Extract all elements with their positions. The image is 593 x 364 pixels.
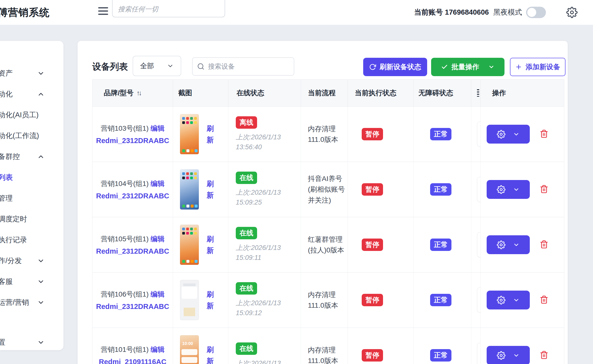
last-online-time: 上次:2026/1/13 <box>236 358 281 364</box>
menu-hamburger-icon[interactable] <box>98 7 108 17</box>
sidebar-item[interactable]: 客服 <box>0 271 63 292</box>
sidebar-item[interactable]: 资产 <box>0 63 63 84</box>
sidebar-item[interactable]: 列表 <box>0 167 63 188</box>
delete-device-button[interactable] <box>540 295 548 305</box>
page-title: 设备列表 <box>92 61 128 73</box>
device-search-input[interactable] <box>208 63 296 70</box>
device-model-link[interactable]: Redmi_2312DRAABC <box>96 137 169 145</box>
sidebar-item[interactable]: 动化(AI员工) <box>0 105 63 125</box>
clipped-button[interactable] <box>477 287 481 313</box>
screenshot-cell: 10:00 刷新 <box>173 328 228 364</box>
exec-status-cell: 暂停 <box>348 328 414 364</box>
brand-model-cell: 营销103号(组1)编辑 Redmi_2312DRAABC <box>92 107 173 162</box>
chevron-down-icon <box>37 70 45 77</box>
clipped-button[interactable] <box>477 177 481 202</box>
edit-link[interactable]: 编辑 <box>150 290 164 298</box>
edit-link[interactable]: 编辑 <box>150 124 164 132</box>
refresh-screenshot-link[interactable]: 刷新 <box>206 233 214 256</box>
header-exec-status: 当前执行状态 <box>348 80 414 106</box>
current-flow-text: 内存清理 111.0版本 <box>308 289 348 311</box>
settings-gear-icon[interactable] <box>566 7 578 18</box>
edit-link[interactable]: 编辑 <box>150 346 164 353</box>
refresh-device-status-button[interactable]: 刷新设备状态 <box>363 58 427 76</box>
accessibility-status-cell: 正常 <box>414 162 471 217</box>
clipped-button[interactable] <box>477 232 481 257</box>
sidebar-item[interactable]: 管理 <box>0 188 63 209</box>
chevron-down-icon <box>513 352 520 359</box>
sidebar-item[interactable]: 调度定时 <box>0 209 63 230</box>
delete-device-button[interactable] <box>540 351 548 360</box>
device-model-link[interactable]: Redmi_2312DRAABC <box>96 303 169 311</box>
header-brand-model[interactable]: 品牌/型号 ↑↓ <box>92 80 173 106</box>
current-flow-cell: 内存清理 111.0版本 <box>301 328 348 364</box>
sidebar-item[interactable]: 运营/营销 <box>0 292 63 313</box>
device-screenshot-thumbnail[interactable] <box>180 114 199 154</box>
dark-mode-toggle[interactable] <box>526 7 546 18</box>
actions-cell <box>481 328 564 364</box>
last-online-time: 上次:2026/1/1315:09:25 <box>236 187 281 208</box>
device-screenshot-thumbnail[interactable]: 10:00 <box>180 335 199 364</box>
device-settings-button[interactable] <box>487 180 530 199</box>
online-status-cell: 在线 上次:2026/1/1315:09:12 <box>228 273 301 328</box>
device-screenshot-thumbnail[interactable] <box>180 169 199 210</box>
exec-status-badge: 暂停 <box>362 183 383 196</box>
topbar: 傅营销系统 当前账号 17696840606 黑夜模式 <box>0 0 593 25</box>
actions-cell <box>481 162 564 217</box>
online-status-cell: 在线 上次:2026/1/1315:09:11 <box>228 217 301 272</box>
edit-link[interactable]: 编辑 <box>150 235 164 243</box>
device-settings-button[interactable] <box>487 125 530 144</box>
header-screenshot: 截图 <box>173 80 228 106</box>
refresh-screenshot-link[interactable]: 刷新 <box>206 344 214 364</box>
edit-link[interactable]: 编辑 <box>150 180 164 187</box>
device-model-link[interactable]: Redmi_2312DRAABC <box>96 247 169 255</box>
toggle-knob <box>527 8 536 17</box>
refresh-screenshot-link[interactable]: 刷新 <box>206 123 214 146</box>
gear-icon <box>497 185 505 194</box>
header-accessibility-status: 无障碍状态 <box>414 80 471 106</box>
refresh-screenshot-link[interactable]: 刷新 <box>206 178 214 201</box>
batch-operations-button[interactable]: 批量操作 <box>431 58 504 76</box>
chevron-up-icon <box>37 91 45 98</box>
device-model-link[interactable]: Redmi_21091116AC <box>99 358 166 364</box>
global-search-input[interactable] <box>113 1 225 17</box>
trash-icon <box>540 295 548 305</box>
clipped-button[interactable] <box>477 121 481 147</box>
sidebar-item[interactable]: 备群控 <box>0 146 63 167</box>
sidebar-item-label: 动化(AI员工) <box>0 110 39 120</box>
gear-icon <box>497 296 505 304</box>
current-flow-text: 红薯群管理(拉人)0版本 <box>308 234 348 256</box>
screenshot-cell: 刷新 <box>173 107 228 162</box>
device-settings-button[interactable] <box>487 346 530 364</box>
table-header-row: 品牌/型号 ↑↓ 截图 在线状态 当前流程 当前执行状态 无障碍状态 操作 <box>92 79 564 107</box>
sidebar-item-label: 客服 <box>0 277 13 287</box>
delete-device-button[interactable] <box>540 240 548 249</box>
online-status-cell: 在线 上次:2026/1/13 <box>228 328 301 364</box>
device-screenshot-thumbnail[interactable] <box>180 225 199 265</box>
group-filter-select[interactable]: 全部 <box>133 56 181 76</box>
device-list-card: 设备列表 全部 刷新设备状态 批量操作 添加新设备 品牌/型号 <box>78 41 568 364</box>
chevron-down-icon <box>513 131 520 138</box>
sort-icon[interactable]: ↑↓ <box>137 89 141 97</box>
sidebar-item[interactable]: 动化(工作流) <box>0 125 63 146</box>
device-model-link[interactable]: Redmi_2312DRAABC <box>96 192 169 200</box>
online-status-badge: 离线 <box>236 116 257 129</box>
header-current-flow: 当前流程 <box>301 80 348 106</box>
online-status-badge: 在线 <box>236 282 257 295</box>
delete-device-button[interactable] <box>540 185 548 194</box>
sidebar-item[interactable]: 作/分发 <box>0 250 63 271</box>
sidebar-item[interactable]: 执行记录 <box>0 230 63 250</box>
device-screenshot-thumbnail[interactable] <box>180 280 199 320</box>
clipped-button[interactable] <box>477 343 481 364</box>
device-settings-button[interactable] <box>487 235 530 254</box>
device-search-box[interactable] <box>192 57 294 76</box>
sidebar-item[interactable]: 动化 <box>0 84 63 105</box>
device-name: 营销103号(组1) <box>101 124 149 132</box>
add-device-button[interactable]: 添加新设备 <box>510 58 565 76</box>
sidebar-item[interactable]: 置 <box>0 332 63 350</box>
delete-device-button[interactable] <box>540 129 548 139</box>
trash-icon <box>540 185 548 194</box>
global-search-box[interactable] <box>112 0 225 17</box>
refresh-screenshot-link[interactable]: 刷新 <box>206 289 214 312</box>
device-settings-button[interactable] <box>487 291 530 309</box>
table-row: 营销105号(组1)编辑 Redmi_2312DRAABC 刷新 在线 上次:2… <box>92 217 564 273</box>
